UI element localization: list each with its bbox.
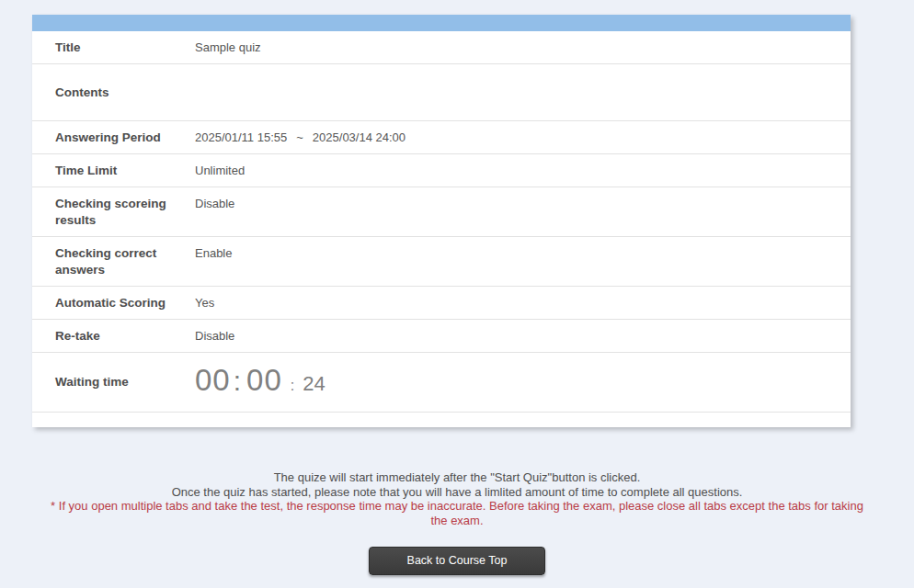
period-end: 2025/03/14 24:00 xyxy=(313,130,406,144)
row-label-title: Title xyxy=(32,40,195,56)
row-value-checking-correct-answers: Enable xyxy=(195,245,851,261)
row-value-retake: Disable xyxy=(195,328,851,344)
timer-colon-2: : xyxy=(291,378,294,393)
row-label-automatic-scoring: Automatic Scoring xyxy=(32,295,195,311)
period-separator: ~ xyxy=(296,130,303,145)
timer-minutes: 00 xyxy=(246,372,282,388)
row-value-answering-period: 2025/01/11 15:55~2025/03/14 24:00 xyxy=(195,130,851,145)
row-value-time-limit: Unlimited xyxy=(195,163,851,178)
back-to-course-top-button[interactable]: Back to Course Top xyxy=(369,547,545,575)
row-label-waiting-time: Waiting time xyxy=(32,374,195,390)
timer-colon-1: : xyxy=(234,373,241,389)
table-row-title: Title Sample quiz xyxy=(32,31,851,64)
card-footer-strip xyxy=(32,413,851,427)
row-value-automatic-scoring: Yes xyxy=(195,295,851,311)
row-label-time-limit: Time Limit xyxy=(32,163,195,179)
row-label-retake: Re-take xyxy=(32,328,195,345)
waiting-time-countdown: 00:00:24 xyxy=(195,372,851,393)
table-row-retake: Re-take Disable xyxy=(32,320,851,353)
table-row-waiting-time: Waiting time 00:00:24 xyxy=(32,353,851,413)
note-line-2: Once the quiz has started, please note t… xyxy=(0,485,914,500)
quiz-notes: The quize will start immediately after t… xyxy=(0,470,914,527)
row-label-contents: Contents xyxy=(32,85,195,101)
table-row-automatic-scoring: Automatic Scoring Yes xyxy=(32,287,851,320)
row-label-checking-scoring-results: Checking scoreing results xyxy=(32,196,195,229)
row-value-title: Sample quiz xyxy=(195,40,851,55)
table-row-contents: Contents xyxy=(32,64,851,121)
table-row-time-limit: Time Limit Unlimited xyxy=(32,154,851,187)
card-header-bar xyxy=(32,15,851,31)
table-row-checking-correct-answers: Checking correct answers Enable xyxy=(32,237,851,287)
timer-hours: 00 xyxy=(195,372,231,388)
note-warning: * If you open multiple tabs and take the… xyxy=(43,499,871,527)
period-start: 2025/01/11 15:55 xyxy=(195,130,287,144)
table-row-answering-period: Answering Period 2025/01/11 15:55~2025/0… xyxy=(32,121,851,154)
row-label-checking-correct-answers: Checking correct answers xyxy=(32,245,195,278)
row-value-checking-scoring-results: Disable xyxy=(195,196,851,211)
note-line-1: The quize will start immediately after t… xyxy=(0,470,914,485)
table-row-checking-scoring-results: Checking scoreing results Disable xyxy=(32,187,851,237)
timer-seconds: 24 xyxy=(303,376,325,391)
row-label-answering-period: Answering Period xyxy=(32,130,195,146)
button-row: Back to Course Top xyxy=(0,547,914,575)
quiz-info-card: Title Sample quiz Contents Answering Per… xyxy=(32,15,851,427)
